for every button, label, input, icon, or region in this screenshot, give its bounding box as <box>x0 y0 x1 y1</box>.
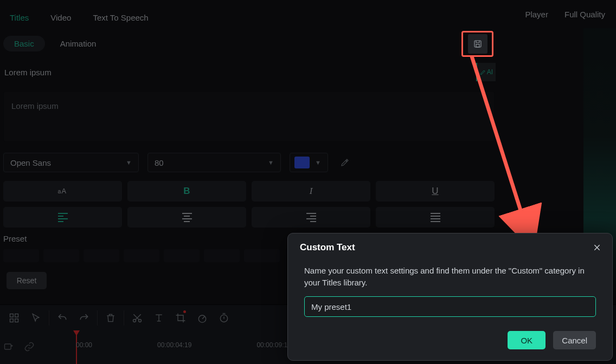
dialog-message: Name your custom text settings and find … <box>304 265 596 289</box>
highlight-box <box>461 31 493 57</box>
svg-text:a: a <box>57 188 61 194</box>
chevron-down-icon: ▼ <box>268 159 274 166</box>
color-swatch <box>294 157 310 168</box>
font-family-select[interactable]: Open Sans ▼ <box>3 153 139 172</box>
preset-row <box>3 249 280 262</box>
svg-text:A: A <box>61 187 66 195</box>
redo-button[interactable] <box>73 307 95 329</box>
title-input-row: Lorem ipsum AI <box>0 63 498 81</box>
font-family-value: Open Sans <box>10 158 51 167</box>
ai-label: AI <box>487 68 493 76</box>
speed-button[interactable] <box>191 307 213 329</box>
subtab-animation[interactable]: Animation <box>57 36 100 51</box>
svg-rect-1 <box>476 44 479 47</box>
delete-button[interactable] <box>100 307 121 329</box>
svg-rect-0 <box>474 41 481 47</box>
viewer-tabs: Player Full Quality <box>525 10 605 19</box>
bold-button[interactable]: B <box>127 181 246 202</box>
time-mark: 00:00:09:14 <box>256 341 291 352</box>
eyedropper-button[interactable] <box>337 154 353 171</box>
case-toggle-button[interactable]: aA <box>3 181 122 202</box>
ai-assist-button[interactable]: AI <box>476 63 496 81</box>
eyedropper-icon <box>340 158 350 167</box>
preset-tile[interactable] <box>43 249 79 262</box>
tab-player[interactable]: Player <box>525 10 548 19</box>
preset-tile[interactable] <box>164 249 200 262</box>
close-button[interactable] <box>589 240 605 255</box>
preset-tile[interactable] <box>244 249 280 262</box>
italic-button[interactable]: I <box>252 181 370 202</box>
save-preset-button[interactable] <box>468 34 487 54</box>
notification-dot <box>183 310 186 313</box>
align-left-button[interactable] <box>3 207 122 227</box>
time-mark: 00:00:04:19 <box>157 341 191 352</box>
chevron-down-icon: ▼ <box>126 159 132 166</box>
tab-video[interactable]: Video <box>50 13 71 22</box>
svg-rect-4 <box>10 314 14 317</box>
close-icon <box>593 243 601 252</box>
cancel-button[interactable]: Cancel <box>553 331 596 349</box>
inspector-tabs: Titles Video Text To Speech <box>0 9 149 26</box>
svg-rect-5 <box>15 314 18 317</box>
font-size-value: 80 <box>155 158 164 167</box>
add-track-icon[interactable] <box>3 341 14 352</box>
preset-tile[interactable] <box>3 249 39 262</box>
ok-button[interactable]: OK <box>508 331 546 349</box>
divider <box>124 310 124 326</box>
chevron-down-icon: ▼ <box>315 159 321 166</box>
font-size-select[interactable]: 80 ▼ <box>147 153 281 172</box>
dialog-buttons: OK Cancel <box>508 331 596 349</box>
divider <box>97 310 98 326</box>
preset-section-label: Preset <box>3 234 27 243</box>
preset-tile[interactable] <box>84 249 119 262</box>
divider <box>49 310 49 326</box>
text-content-area[interactable]: Lorem ipsum <box>3 91 495 142</box>
save-icon <box>473 39 483 49</box>
align-center-icon <box>182 213 192 222</box>
crop-button[interactable] <box>170 307 191 329</box>
align-right-button[interactable] <box>252 207 370 227</box>
dialog-title: Custom Text <box>300 242 355 253</box>
track-icons <box>3 341 35 352</box>
custom-text-dialog: Custom Text Name your custom text settin… <box>287 233 613 361</box>
font-color-picker[interactable]: ▼ <box>290 153 328 172</box>
underline-button[interactable]: U <box>376 181 495 202</box>
timer-button[interactable] <box>213 307 235 329</box>
title-subtabs: Basic Animation <box>3 36 99 51</box>
cut-button[interactable] <box>126 307 148 329</box>
tab-tts[interactable]: Text To Speech <box>93 13 148 22</box>
underline-icon: U <box>432 186 438 197</box>
align-justify-icon <box>431 213 440 222</box>
subtab-basic[interactable]: Basic <box>3 36 45 51</box>
undo-button[interactable] <box>52 307 73 329</box>
svg-rect-7 <box>15 318 18 322</box>
preset-name-input[interactable]: My preset1 <box>304 296 596 317</box>
pencil-icon <box>480 69 486 75</box>
reset-button[interactable]: Reset <box>7 272 47 289</box>
grid-icon[interactable] <box>3 307 25 329</box>
link-icon[interactable] <box>24 341 35 352</box>
time-mark: 00:00 <box>76 341 92 352</box>
title-input-label: Lorem ipsum <box>0 68 52 77</box>
font-controls: Open Sans ▼ 80 ▼ ▼ <box>3 153 353 172</box>
tab-titles[interactable]: Titles <box>10 13 29 22</box>
cursor-icon[interactable] <box>25 307 47 329</box>
svg-rect-12 <box>5 344 11 349</box>
align-left-icon <box>58 213 68 222</box>
tab-full-quality[interactable]: Full Quality <box>564 10 605 19</box>
text-tool-button[interactable] <box>148 307 170 329</box>
preset-tile[interactable] <box>124 249 159 262</box>
text-style-grid: aA B I U <box>3 181 495 233</box>
case-icon: aA <box>57 187 68 196</box>
align-justify-button[interactable] <box>376 207 495 227</box>
align-right-icon <box>306 213 316 222</box>
preset-tile[interactable] <box>204 249 240 262</box>
align-center-button[interactable] <box>127 207 246 227</box>
svg-rect-6 <box>10 318 14 322</box>
